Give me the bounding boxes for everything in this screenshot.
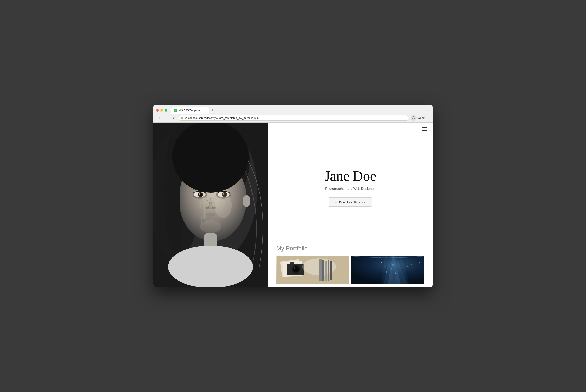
svg-point-66 (415, 271, 416, 271)
address-bar-row: ‹ › ↻ 🔒 w3schools.com/w3css/tryw3css_tem… (153, 114, 433, 122)
new-tab-button[interactable]: + (210, 107, 216, 113)
svg-point-41 (293, 266, 299, 272)
svg-point-33 (215, 192, 232, 218)
reload-button[interactable]: ↻ (170, 115, 176, 121)
svg-rect-46 (322, 260, 324, 280)
browser-chrome: W W3.CSS Template × + ⌄ ‹ › ↻ 🔒 w3school… (153, 105, 433, 123)
svg-rect-45 (319, 259, 322, 280)
svg-point-61 (402, 270, 403, 270)
portfolio-title: My Portfolio (276, 245, 424, 252)
maximize-window-button[interactable] (165, 109, 167, 112)
forward-button[interactable]: › (163, 115, 169, 121)
hero-subtitle: Photographer and Web Designer. (325, 187, 375, 191)
tab-close-button[interactable]: × (202, 109, 206, 112)
browser-menu-button[interactable]: ⋮ (427, 116, 430, 120)
svg-rect-47 (325, 262, 327, 280)
svg-point-28 (206, 196, 207, 196)
svg-point-17 (205, 206, 209, 209)
svg-rect-48 (328, 260, 329, 281)
svg-point-64 (381, 262, 382, 263)
svg-point-0 (413, 116, 414, 118)
hero-section: Jane Doe Photographer and Web Designer. … (268, 136, 433, 239)
portfolio-grid (276, 256, 424, 284)
svg-point-65 (411, 264, 411, 265)
svg-point-30 (200, 220, 221, 233)
lock-icon: 🔒 (180, 116, 183, 119)
portfolio-item-2[interactable] (351, 256, 424, 284)
address-bar[interactable]: 🔒 w3schools.com/w3css/tryw3css_templates… (178, 115, 409, 120)
hero-photo-panel (153, 123, 268, 287)
svg-point-35 (243, 195, 250, 207)
svg-point-26 (209, 203, 210, 204)
svg-rect-49 (330, 261, 332, 280)
browser-window: W W3.CSS Template × + ⌄ ‹ › ↻ 🔒 w3school… (153, 105, 433, 287)
url-text: w3schools.com/w3css/tryw3css_templates_b… (185, 116, 407, 120)
portrait-image (153, 123, 268, 287)
profile-icon (411, 115, 417, 121)
profile-area: Guest ⋮ (411, 115, 430, 121)
window-controls (156, 109, 167, 112)
underwater-image (351, 256, 424, 284)
svg-point-67 (373, 269, 373, 269)
svg-point-32 (168, 246, 253, 287)
download-icon: ⬇ (335, 200, 337, 204)
tab-expand-button[interactable]: ⌄ (424, 107, 430, 113)
tab-favicon: W (174, 109, 177, 112)
svg-point-21 (202, 201, 202, 202)
tab-title: W3.CSS Template (179, 109, 201, 112)
svg-point-42 (294, 267, 295, 269)
browser-tab-active[interactable]: W W3.CSS Template × (171, 107, 209, 114)
minimize-window-button[interactable] (160, 109, 163, 112)
portfolio-item-1[interactable] (276, 256, 349, 284)
download-resume-button[interactable]: ⬇ Download Resume (329, 198, 372, 206)
back-button[interactable]: ‹ (156, 115, 162, 121)
hamburger-menu-area (268, 123, 433, 136)
tabs-row: W W3.CSS Template × + ⌄ (171, 107, 430, 114)
svg-point-68 (419, 262, 420, 263)
svg-point-20 (207, 200, 208, 201)
content-panel: Jane Doe Photographer and Web Designer. … (268, 123, 433, 287)
portfolio-section: My Portfolio (268, 239, 433, 287)
titlebar: W W3.CSS Template × + ⌄ (153, 105, 433, 114)
page-content: Jane Doe Photographer and Web Designer. … (153, 123, 433, 287)
hero-name: Jane Doe (325, 168, 376, 184)
profile-name: Guest (418, 116, 425, 120)
download-btn-label: Download Resume (339, 200, 366, 204)
hamburger-menu-button[interactable] (421, 126, 428, 132)
svg-rect-43 (290, 262, 294, 264)
close-window-button[interactable] (156, 109, 159, 112)
svg-point-34 (172, 123, 249, 192)
svg-point-24 (205, 197, 205, 197)
